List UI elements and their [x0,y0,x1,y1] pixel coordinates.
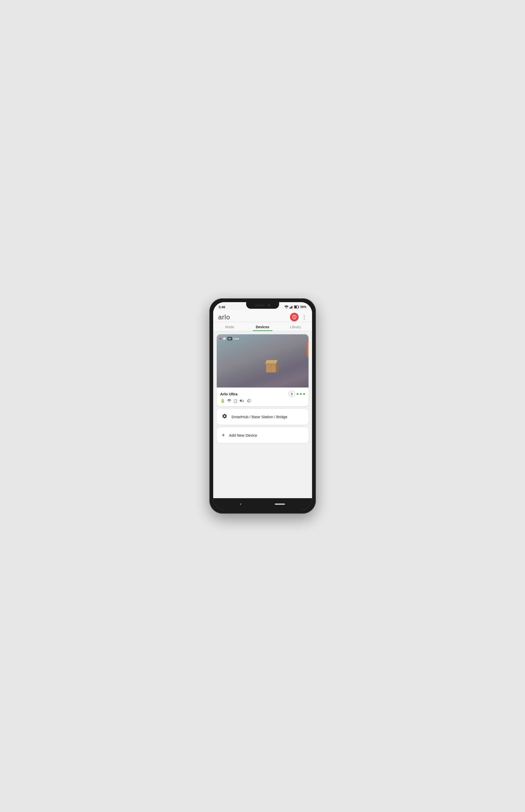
resolution-badge: 4K [227,337,232,340]
tab-bar: Mode Devices Library [213,323,312,331]
back-button[interactable]: ‹ [240,502,241,506]
status-time: 5:46 [219,305,225,309]
wifi-icon [284,306,288,309]
battery-cam-icon: 🔋 [220,399,225,403]
status-icons: 56% [284,305,306,309]
add-device-label: Add New Device [229,433,257,437]
volume-cam-icon [240,399,245,403]
camera-name: Arlo Ultra [220,392,238,396]
shield-alert-icon [292,315,297,319]
gear-icon [222,413,227,420]
signal-icon [289,306,293,309]
plus-icon: + [222,432,225,438]
wifi-cam-icon [227,399,231,403]
speaker [255,305,265,306]
notch [246,302,279,309]
smarthub-label: SmartHub / Base Station / Bridge [231,415,287,419]
live-badge: 4K Live [219,337,239,340]
add-device-item[interactable]: + Add New Device [217,427,309,443]
status-bar: 5:46 [213,302,312,310]
app-header: arlo ⋮ [213,310,312,322]
bottom-bar: ‹ [213,498,312,510]
svg-line-13 [250,402,251,403]
app-logo: arlo [218,313,230,321]
tab-library[interactable]: Library [279,323,312,331]
phone-frame: 5:46 [209,298,316,514]
tab-devices[interactable]: Devices [246,323,279,331]
more-options-button[interactable]: ⋮ [302,315,307,319]
camera-actions: 3 [288,391,305,397]
camera-count-badge[interactable]: 3 [288,391,295,397]
svg-rect-4 [292,306,293,309]
svg-rect-3 [291,306,292,309]
camera-bg [217,334,309,388]
svg-rect-9 [294,316,295,317]
camera-icons-row: 🔋 📋 [220,399,305,403]
camera-feed: 4K Live [217,334,309,388]
tab-mode[interactable]: Mode [213,323,246,331]
status-dot-3 [303,393,305,395]
svg-rect-7 [295,306,297,308]
header-actions: ⋮ [290,313,307,322]
camera-card[interactable]: 4K Live Arlo Ultra 3 [217,334,309,406]
status-dot-1 [297,393,298,395]
camera-name-row: Arlo Ultra 3 [220,391,305,397]
front-camera [268,304,270,307]
alert-button[interactable] [290,313,299,322]
app-content: arlo ⋮ Mode [213,310,312,498]
phone-screen: 5:46 [213,302,312,510]
clipboard-cam-icon: 📋 [233,399,238,403]
scroll-indicator [307,342,309,357]
svg-rect-2 [290,307,291,309]
svg-rect-1 [289,308,290,309]
svg-point-0 [286,308,287,309]
status-dot-2 [300,393,302,395]
package-box [265,360,278,373]
battery-percent: 56% [300,305,306,309]
smarthub-item[interactable]: SmartHub / Base Station / Bridge [217,409,309,425]
svg-rect-6 [299,307,299,308]
home-pill[interactable] [275,503,285,505]
svg-point-8 [294,318,295,318]
siren-cam-icon [247,399,252,403]
svg-line-11 [250,399,251,400]
live-label: Live [234,337,239,340]
battery-icon [294,306,299,309]
camera-info: Arlo Ultra 3 🔋 [217,388,309,406]
scroll-content: 4K Live Arlo Ultra 3 [213,331,312,498]
live-dot [219,338,221,340]
home-icon [223,337,226,340]
svg-point-10 [229,402,229,402]
